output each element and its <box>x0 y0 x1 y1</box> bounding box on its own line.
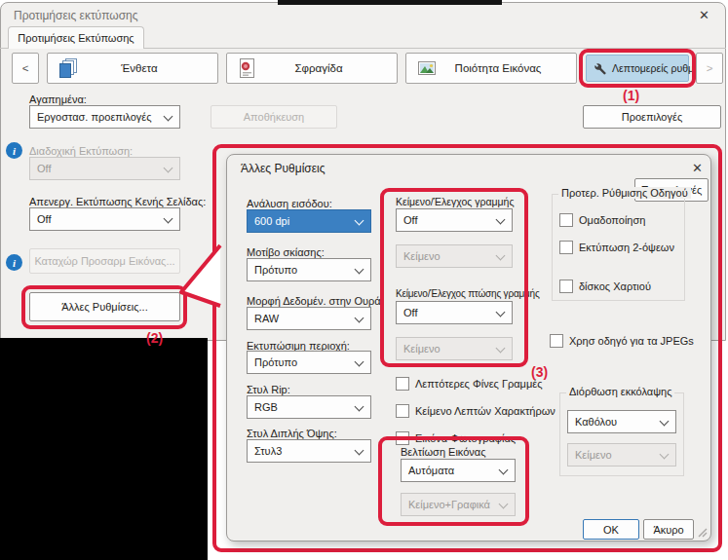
favorites-label: Αγαπημένα: <box>29 93 87 105</box>
background-window-strip <box>278 0 502 5</box>
chevron-down-icon <box>496 251 506 261</box>
text-line-control-value: Off <box>403 214 417 226</box>
window-title: Προτιμήσεις εκτύπωσης <box>14 9 138 22</box>
toolbar-tab-stamp[interactable]: Σφραγίδα <box>226 53 398 84</box>
input-resolution-value: 600 dpi <box>254 215 289 227</box>
chevron-down-icon <box>355 216 364 226</box>
other-settings-button[interactable]: Άλλες Ρυθμίσεις... <box>29 292 180 321</box>
text-line-control-sub-select: Κείμενο <box>396 244 513 268</box>
text-line-control-select[interactable]: Off <box>396 208 513 232</box>
checkbox-label: Ομαδοποίηση <box>579 214 645 226</box>
toolbar-tab-label: Ένθετα <box>87 62 217 74</box>
text-line-fall-control-select[interactable]: Off <box>396 301 513 324</box>
stamp-icon <box>237 57 258 79</box>
image-enhancement-label: Βελτίωση Εικόνας <box>401 446 486 458</box>
chevron-down-icon <box>164 214 173 224</box>
shading-pattern-select[interactable]: Πρότυπο <box>247 258 371 281</box>
text-line-fall-control-label: Κείμενο/Έλεγχος πτώσης γραμμής <box>396 288 540 299</box>
cropped-black-region <box>0 338 208 560</box>
custom-image-button[interactable]: Καταχώρ Προσαρμ Εικόνας... <box>29 248 180 274</box>
chevron-down-icon <box>499 466 509 475</box>
checkbox[interactable] <box>559 241 573 254</box>
rip-style-select[interactable]: RGB <box>247 395 371 419</box>
toolbar-tab-label: Σφραγίδα <box>266 62 397 74</box>
text-line-fall-control-sub-value: Κείμενο <box>403 343 441 355</box>
hatching-correction-group-label: Διόρθωση εκκόλαψης <box>566 386 674 397</box>
rip-style-value: RGB <box>254 401 278 413</box>
window-close-icon[interactable]: ✕ <box>699 8 709 22</box>
checkbox[interactable] <box>559 213 573 227</box>
toolbar-tab-detailed-settings[interactable]: Λεπτομερείς ρυθμίσεις <box>586 55 689 82</box>
image-quality-icon <box>416 57 438 79</box>
save-button[interactable]: Αποθήκευση <box>211 105 337 129</box>
text-line-control-sub-value: Κείμενο <box>403 250 441 262</box>
dialog-close-icon[interactable]: ✕ <box>692 161 703 175</box>
tab-printing-preferences[interactable]: Προτιμήσεις Εκτύπωσης <box>8 26 144 49</box>
chevron-down-icon <box>355 314 364 323</box>
other-settings-dialog: Άλλες Ρυθμίσεις ✕ Προεπιλογές Ανάλυση ει… <box>226 154 711 541</box>
tandem-print-label: Διαδοχική Εκτύπωση: <box>29 145 133 157</box>
duplex-style-label: Στυλ Διπλής Όψης: <box>247 428 337 439</box>
checkbox-label: δίσκος Χαρτιού <box>579 280 651 292</box>
chevron-down-icon <box>355 446 364 456</box>
rip-style-label: Στυλ Rip: <box>247 384 290 395</box>
inserts-icon <box>57 57 79 79</box>
chevron-down-icon <box>164 112 173 122</box>
checkbox-label: Εκτύπωση 2-όψεων <box>579 242 674 253</box>
favorites-select[interactable]: Εργοστασ. προεπιλογές <box>29 105 180 129</box>
checkbox[interactable] <box>396 404 409 418</box>
tandem-print-select: Off <box>29 157 180 180</box>
toolbar-back-button[interactable]: < <box>12 53 39 84</box>
checkbox-row-paper-tray[interactable]: δίσκος Χαρτιού <box>559 280 651 293</box>
toolbar-tab-image-quality[interactable]: Ποιότητα Εικόνας <box>405 53 577 84</box>
toolbar-forward-button[interactable]: > <box>696 53 723 84</box>
checkbox-row-duplex[interactable]: Εκτύπωση 2-όψεων <box>559 241 674 254</box>
checkbox-label: Χρησ οδηγό για τα JPEGs <box>569 335 694 347</box>
checkbox[interactable] <box>559 280 573 293</box>
hatching-correction-select[interactable]: Καθόλου <box>567 410 676 433</box>
spool-data-format-select[interactable]: RAW <box>247 307 371 330</box>
favorites-value: Εργοστασ. προεπιλογές <box>37 111 152 123</box>
callout-label-1: (1) <box>623 88 639 103</box>
blank-page-value: Off <box>37 213 51 225</box>
spool-data-format-value: RAW <box>254 313 279 324</box>
cancel-button[interactable]: Άκυρο <box>643 519 694 540</box>
checkbox-label: Λεπτότερες Φίνες Γραμμές <box>415 378 542 390</box>
callout-pointer-arrow <box>175 240 224 310</box>
duplex-style-value: Στυλ3 <box>254 445 282 457</box>
text-line-control-label: Κείμενο/Έλεγχος γραμμής <box>396 196 515 207</box>
duplex-style-select[interactable]: Στυλ3 <box>247 439 371 463</box>
chevron-down-icon <box>496 215 506 225</box>
checkbox[interactable] <box>396 377 409 391</box>
toolbar-tab-inserts[interactable]: Ένθετα <box>47 53 218 84</box>
defaults-button-main[interactable]: Προεπιλογές <box>583 105 721 129</box>
forward-arrow-icon: > <box>707 62 713 74</box>
checkbox[interactable] <box>396 431 409 445</box>
checkbox-row-fine-text[interactable]: Κείμενο Λεπτών Χαρακτήρων <box>396 404 556 418</box>
tab-label: Προτιμήσεις Εκτύπωσης <box>18 32 134 44</box>
checkbox-row-jpeg-driver[interactable]: Χρησ οδηγό για τα JPEGs <box>550 334 694 348</box>
chevron-down-icon <box>660 450 670 460</box>
blank-page-select[interactable]: Off <box>29 207 180 231</box>
back-arrow-icon: < <box>22 62 29 74</box>
input-resolution-select[interactable]: 600 dpi <box>247 209 371 233</box>
hatching-correction-sub-value: Κείμενο <box>575 449 612 461</box>
blank-page-label: Απενεργ. Εκτύπωσης Κενής Σελίδας: <box>29 196 206 207</box>
checkbox-row-photo-image[interactable]: Εικόνα Φωτογραφίας <box>396 431 516 445</box>
tandem-print-value: Off <box>37 163 51 174</box>
chevron-down-icon <box>660 417 670 427</box>
driver-priority-group-label: Προτερ. Ρύθμισης Οδηγού <box>558 187 691 199</box>
ok-button[interactable]: OK <box>583 519 639 540</box>
screen: Προτιμήσεις εκτύπωσης ✕ Προτιμήσεις Εκτύ… <box>0 0 728 560</box>
checkbox-row-sharper-fine-lines[interactable]: Λεπτότερες Φίνες Γραμμές <box>396 377 542 391</box>
info-icon: i <box>6 254 22 271</box>
chevron-down-icon <box>355 357 364 367</box>
checkbox-row-collate[interactable]: Ομαδοποίηση <box>559 213 645 227</box>
checkbox[interactable] <box>550 334 563 348</box>
image-enhancement-select[interactable]: Αυτόματα <box>401 459 516 482</box>
resize-grip[interactable] <box>696 526 708 538</box>
info-icon: i <box>6 142 22 159</box>
hatching-correction-sub-select: Κείμενο <box>567 443 676 467</box>
checkbox-label: Εικόνα Φωτογραφίας <box>415 432 516 444</box>
printable-area-select[interactable]: Πρότυπο <box>247 351 371 374</box>
